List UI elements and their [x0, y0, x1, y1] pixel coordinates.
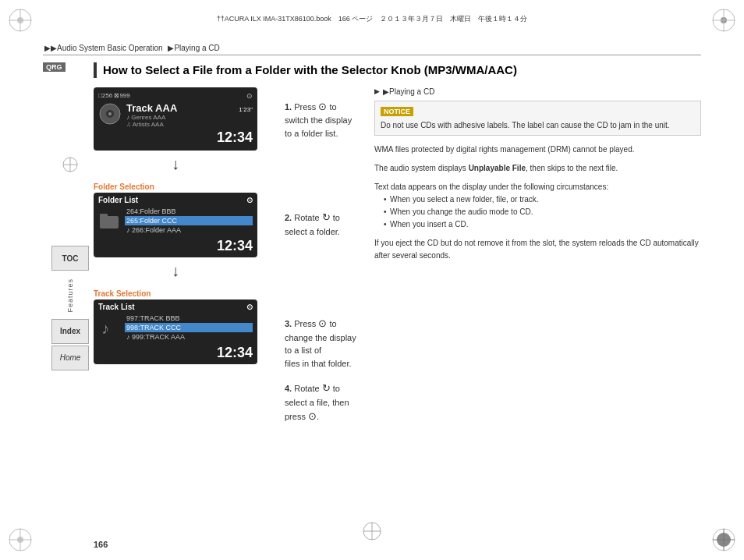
page-number: 166: [94, 540, 108, 549]
screen1-time: 12:34: [98, 129, 253, 146]
screens-column: □256 ⊠999 ⊙: [94, 87, 257, 435]
bottom-crosshair: [361, 520, 383, 544]
left-sidebar: TOC Features Index Home: [43, 62, 97, 529]
breadcrumb-item-2: ▶Playing a CD: [168, 44, 219, 52]
crosshair-marker: [62, 156, 79, 175]
folder-item-1: 264:Folder BBB: [125, 207, 253, 216]
steps-and-screens: □256 ⊠999 ⊙: [94, 87, 359, 435]
notice-box: NOTICE Do not use CDs with adhesive labe…: [374, 101, 701, 136]
home-button[interactable]: Home: [51, 346, 89, 370]
top-divider: [43, 55, 701, 55]
right-text-3: Text data appears on the display under t…: [374, 181, 701, 231]
svg-point-21: [108, 112, 112, 115]
steps-column: 1. Press ⊙ to switch the display to a fo…: [257, 87, 359, 435]
breadcrumb: ▶▶Audio System Basic Operation ▶Playing …: [43, 44, 221, 52]
step-3: 3. Press ⊙ to change the display to a li…: [285, 316, 359, 370]
track-item-3: ♪ 999:TRACK AAA: [125, 332, 253, 342]
right-text-1: WMA files protected by digital rights ma…: [374, 144, 701, 156]
content-columns: □256 ⊠999 ⊙: [94, 87, 701, 435]
track-name: Track AAA: [126, 102, 177, 114]
notice-text-1: Do not use CDs with adhesive labels. The…: [381, 119, 695, 131]
file-info: ††ACURA ILX IMA-31TX86100.book 166 ページ ２…: [43, 14, 701, 24]
bullet-2: When you change the audio mode to CD.: [384, 206, 701, 218]
corner-decoration-tr: [710, 6, 738, 34]
screen3-title: Track List ⊙: [98, 303, 253, 311]
step-2: 2. Rotate ↻ to select a folder.: [285, 210, 359, 238]
track-selection-label: Track Selection: [94, 289, 151, 298]
screen3-icon: ⊙: [246, 303, 253, 311]
section-title: How to Select a File from a Folder with …: [94, 62, 701, 78]
track-genre: ♪ Genres AAA: [126, 114, 253, 121]
folder-item-3: ♪ 266:Folder AAA: [125, 225, 253, 235]
cd-icon: [98, 102, 122, 128]
arrow-down-2: ↓: [94, 262, 257, 280]
music-note-icon: ♪: [98, 317, 120, 341]
folder-item-2: 265:Folder CCC: [125, 216, 253, 225]
step-1-text: 1. Press ⊙ to switch the display to a fo…: [285, 99, 359, 140]
corner-decoration-bl: [6, 526, 34, 554]
screen1-info: □256 ⊠999: [98, 92, 130, 99]
folder-list-heading: Folder List: [98, 196, 138, 204]
folder-icon: [98, 210, 120, 234]
step-3-text: 3. Press ⊙ to change the display to a li…: [285, 316, 359, 370]
screen2-time: 12:34: [98, 238, 253, 254]
screen-2: Folder List ⊙: [94, 193, 257, 257]
corner-decoration-tl: [6, 6, 34, 34]
svg-text:♪: ♪: [101, 320, 109, 337]
svg-rect-22: [100, 216, 119, 229]
features-label: Features: [66, 278, 74, 313]
folder-selection-label: Folder Selection: [94, 183, 154, 191]
right-text-4: If you eject the CD but do not remove it…: [374, 237, 701, 262]
screen3-time: 12:34: [98, 345, 253, 361]
screen2-icon: ⊙: [246, 196, 253, 204]
step-2-text: 2. Rotate ↻ to select a folder.: [285, 210, 359, 238]
breadcrumb-item-1: ▶▶Audio System Basic Operation: [44, 44, 163, 52]
notice-title: NOTICE: [381, 107, 413, 116]
screen2-title: Folder List ⊙: [98, 196, 253, 204]
track-artist: ♫ Artists AAA: [126, 121, 253, 128]
corner-decoration-br: [710, 526, 738, 554]
index-button[interactable]: Index: [51, 319, 89, 344]
right-text-2: The audio system displays Unplayable Fil…: [374, 162, 701, 175]
playing-title: ▶Playing a CD: [383, 87, 434, 96]
track-time: 1'23": [239, 106, 253, 113]
screen-1: □256 ⊠999 ⊙: [94, 87, 257, 151]
screen-3: Track List ⊙ ♪ 997:TRACK BBB: [94, 299, 257, 364]
track-list-heading: Track List: [98, 303, 135, 311]
playing-icon: ▶: [374, 87, 380, 95]
bullet-1: When you select a new folder, file, or t…: [384, 193, 701, 206]
track-item-2: 998:TRACK CCC: [125, 323, 253, 332]
step-4: 4. Rotate ↻ to select a file, then press…: [285, 381, 359, 424]
toc-button[interactable]: TOC: [51, 246, 89, 271]
screen1-icon: ⊙: [246, 92, 253, 100]
step-1: 1. Press ⊙ to switch the display to a fo…: [285, 99, 359, 140]
step-4-text: 4. Rotate ↻ to select a file, then press…: [285, 381, 359, 424]
right-column: ▶ ▶Playing a CD NOTICE Do not use CDs wi…: [374, 87, 701, 435]
arrow-down-1: ↓: [94, 155, 257, 173]
track-item-1: 997:TRACK BBB: [125, 314, 253, 323]
left-column: □256 ⊠999 ⊙: [94, 87, 359, 435]
bullet-3: When you insert a CD.: [384, 218, 701, 231]
main-content: How to Select a File from a Folder with …: [94, 62, 701, 529]
playing-header: ▶ ▶Playing a CD: [374, 87, 701, 96]
screen1-top-bar: □256 ⊠999 ⊙: [98, 92, 253, 100]
svg-rect-23: [100, 214, 108, 218]
